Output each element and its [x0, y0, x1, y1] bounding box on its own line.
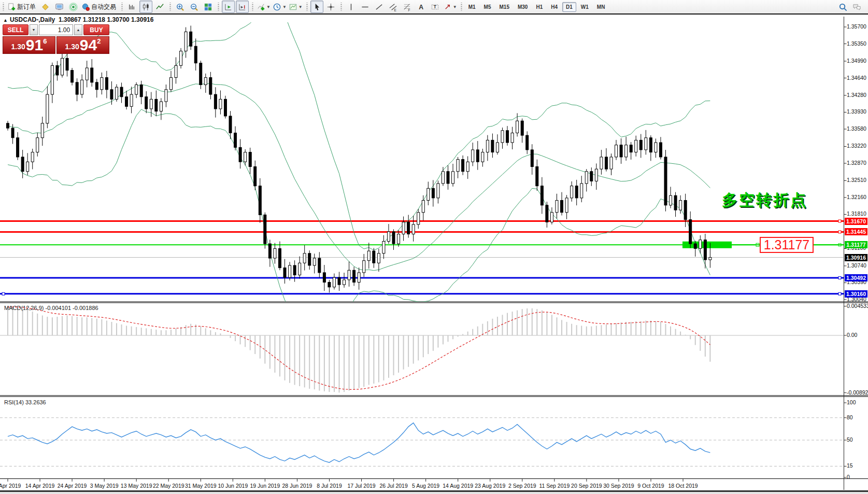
- horizontal-line-button[interactable]: [359, 1, 372, 13]
- bar-chart-button[interactable]: [125, 1, 138, 13]
- fibonacci-button[interactable]: F: [401, 1, 414, 13]
- timeframe-h1-button[interactable]: H1: [532, 2, 546, 12]
- indicators-button[interactable]: ▼: [256, 1, 271, 13]
- auto-scroll-button[interactable]: [222, 1, 235, 13]
- sell-button[interactable]: SELL: [3, 24, 29, 35]
- signals-button[interactable]: [67, 1, 80, 13]
- chart-shift-button[interactable]: [236, 1, 249, 13]
- axis-tick-label: 0.004533: [847, 303, 868, 309]
- timeframe-mn-button[interactable]: MN: [593, 2, 609, 12]
- chart-symbol-period: USDCAD-,Daily: [10, 16, 55, 23]
- timeframe-toolbar: M1M5M15M30H1H4D1W1MN: [458, 0, 609, 13]
- new-order-icon: [7, 3, 16, 11]
- buy-button[interactable]: BUY: [83, 24, 109, 35]
- sell-price-display[interactable]: 1.30916: [3, 36, 55, 54]
- line-chart-icon: [155, 3, 164, 11]
- indicators-icon: [257, 3, 265, 11]
- price-badge: 1.30160: [845, 290, 867, 298]
- text-icon: A: [417, 3, 425, 11]
- vertical-line-icon: [347, 3, 355, 11]
- date-axis-label: 17 Jul 2019: [347, 483, 375, 489]
- line-anchor-handle: [838, 231, 841, 233]
- buy-price-pip-digit: 2: [97, 37, 101, 45]
- sell-price-big-digits: 91: [26, 38, 43, 52]
- status-bar-edge: [0, 490, 868, 494]
- new-order-button[interactable]: 新订单: [7, 1, 38, 13]
- market-watch-button[interactable]: [53, 1, 66, 13]
- cursor-icon: [312, 3, 321, 11]
- date-axis-label: 19 Jun 2019: [250, 483, 280, 489]
- line-anchor-handle: [838, 292, 841, 295]
- search-icon: [838, 3, 847, 11]
- toolbar-group-grip: [121, 3, 123, 11]
- chevron-down-icon: ▼: [453, 5, 457, 9]
- chart-canvas[interactable]: [0, 15, 868, 494]
- text-label-button[interactable]: T: [429, 1, 442, 13]
- chart-window: ▲USDCAD-,Daily 1.30867 1.31218 1.30700 1…: [0, 15, 868, 494]
- price-badge: 1.31445: [845, 228, 867, 235]
- axis-tick-label: 1.35700: [847, 23, 866, 30]
- metaeditor-button[interactable]: [39, 1, 52, 13]
- buy-price-display[interactable]: 1.30942: [56, 36, 109, 54]
- axis-tick-label: 1.34640: [847, 75, 866, 81]
- mt4-application-window: { "toolbar": { "groups": [ {"items": [ {…: [0, 0, 868, 494]
- text-button[interactable]: A: [415, 1, 428, 13]
- trendline-button[interactable]: [373, 1, 386, 13]
- rsi-indicator: [0, 418, 844, 467]
- zoom-in-button[interactable]: [174, 1, 187, 13]
- templates-button[interactable]: ▼: [288, 1, 303, 13]
- axis-tick-label: -0.008928: [847, 389, 868, 396]
- rsi-indicator-label: RSI(14) 33.2636: [4, 399, 46, 405]
- autotrading-button[interactable]: 自动交易: [81, 1, 118, 13]
- volume-increase-button[interactable]: ▲: [74, 24, 82, 35]
- axis-tick-label: 1.33930: [847, 108, 866, 115]
- vertical-line-button[interactable]: [345, 1, 358, 13]
- timeframe-h4-button[interactable]: H4: [547, 2, 561, 12]
- zoom-in-icon: [176, 3, 184, 11]
- chart-shift-icon: [238, 3, 247, 11]
- community-button[interactable]: [850, 1, 863, 13]
- timeframe-m15-button[interactable]: M15: [496, 2, 513, 12]
- price-level-callout[interactable]: 1.31177: [760, 237, 814, 253]
- collapse-panel-icon[interactable]: ▲: [3, 18, 8, 23]
- candlesticks: [7, 25, 712, 292]
- axis-tick-label: 1.32160: [847, 194, 866, 201]
- line-chart-button[interactable]: [153, 1, 166, 13]
- axis-tick-label: 100: [847, 399, 856, 406]
- svg-text:F: F: [408, 8, 410, 11]
- timeframe-m5-button[interactable]: M5: [480, 2, 495, 12]
- crosshair-button[interactable]: [324, 1, 337, 13]
- toolbar-group-grip: [340, 3, 343, 11]
- trendline-icon: [375, 3, 383, 11]
- date-axis-label: 13 May 2019: [121, 483, 152, 489]
- chevron-down-icon: ▼: [282, 5, 287, 9]
- timeframe-m1-button[interactable]: M1: [465, 2, 479, 12]
- candlestick-chart-button[interactable]: [139, 1, 152, 13]
- sell-price-pip-digit: 6: [43, 37, 47, 45]
- volume-input[interactable]: 1.00: [39, 24, 73, 35]
- chart-annotation-text[interactable]: 多空转折点: [722, 190, 807, 211]
- signals-icon: [69, 3, 78, 11]
- zoom-out-button[interactable]: [188, 1, 201, 13]
- rsi-line: [8, 423, 710, 462]
- search-button[interactable]: [836, 1, 849, 13]
- periods-button[interactable]: ▼: [272, 1, 287, 13]
- axis-tick-label: 15: [847, 462, 853, 469]
- date-axis-label: 20 Sep 2019: [571, 483, 602, 489]
- equidistant-channel-button[interactable]: E: [387, 1, 400, 13]
- timeframe-m30-button[interactable]: M30: [514, 2, 531, 12]
- arrows-button[interactable]: ▼: [443, 1, 458, 13]
- date-axis-label: 28 Jun 2019: [282, 483, 312, 489]
- volume-decrease-button[interactable]: ▼: [30, 24, 38, 35]
- date-axis-label: 2 Sep 2019: [508, 483, 536, 489]
- axis-tick-label: 1.33220: [847, 143, 866, 149]
- toolbar-group-grip: [217, 3, 220, 11]
- cursor-button[interactable]: [310, 1, 323, 13]
- timeframe-w1-button[interactable]: W1: [577, 2, 592, 12]
- tile-windows-icon: [204, 3, 212, 11]
- tile-windows-button[interactable]: [202, 1, 215, 13]
- axis-tick-label: 1.30740: [847, 262, 866, 269]
- chart-title: ▲USDCAD-,Daily 1.30867 1.31218 1.30700 1…: [3, 16, 153, 23]
- timeframe-d1-button[interactable]: D1: [562, 2, 576, 12]
- date-axis-label: 14 Aug 2019: [443, 483, 473, 489]
